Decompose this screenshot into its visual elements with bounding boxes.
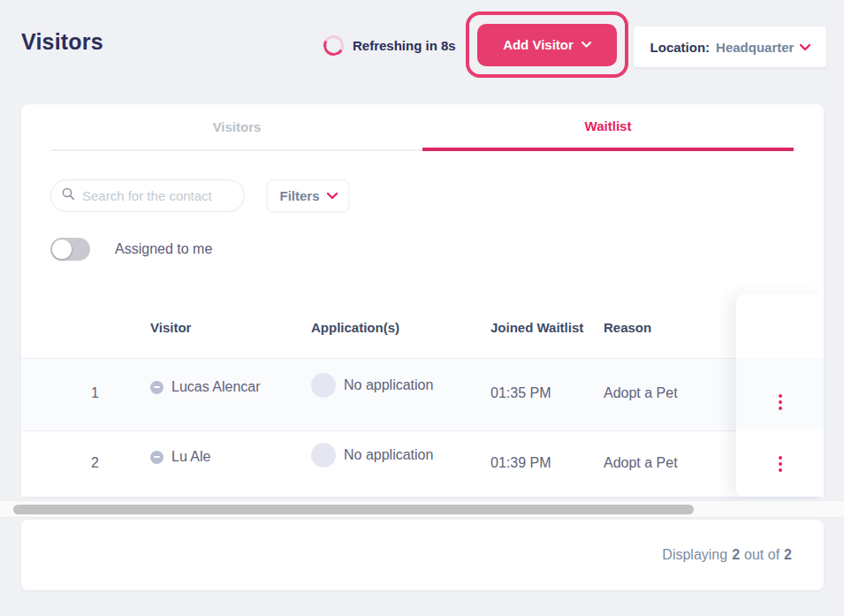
table-row[interactable]: 1 Lucas Alencar No application 01:35 PM … [21,358,824,430]
page-title: Visitors [21,29,103,55]
tab-visitors-label: Visitors [213,119,262,134]
minus-circle-icon [150,381,163,394]
footer-prefix: Displaying [662,547,727,563]
add-visitor-button[interactable]: Add Visitor [477,24,617,66]
application-text: No application [344,447,433,463]
footer-middle: out of [744,547,779,563]
joined-waitlist-cell: 01:35 PM [490,385,551,401]
refresh-status: Refreshing in 8s [323,35,456,56]
assigned-to-me-row: Assigned to me [50,238,212,261]
kebab-menu-icon[interactable] [772,452,788,475]
assigned-to-me-label: Assigned to me [115,241,212,257]
tab-visitors[interactable]: Visitors [51,104,422,151]
row-number: 2 [46,455,99,471]
avatar-placeholder-icon [311,373,336,398]
visitor-name: Lu Ale [171,449,210,465]
refresh-countdown-label: Refreshing in 8s [353,38,456,53]
column-header-visitor: Visitor [150,320,191,335]
application-cell: No application [311,373,433,398]
location-label: Location: [650,40,711,55]
row-number: 1 [46,385,99,401]
visitor-cell: Lu Ale [150,449,210,465]
search-input[interactable] [82,188,233,203]
chevron-down-icon [582,42,591,48]
column-header-applications: Application(s) [311,320,399,335]
search-icon [62,187,75,204]
chevron-down-icon [327,193,337,199]
joined-waitlist-cell: 01:39 PM [490,455,551,471]
reason-cell: Adopt a Pet [604,455,678,471]
table-header-row: Visitor Application(s) Joined Waitlist R… [21,300,824,358]
visitors-card: Visitors Waitlist Filters Assigned to me… [21,104,824,497]
column-header-joined: Joined Waitlist [490,320,583,335]
tab-waitlist[interactable]: Waitlist [422,104,794,151]
filters-button[interactable]: Filters [267,179,349,212]
visitor-name: Lucas Alencar [171,379,261,395]
filters-label: Filters [279,188,319,203]
column-header-reason: Reason [604,320,651,335]
horizontal-scrollbar-thumb[interactable] [13,505,694,514]
footer-total-count: 2 [784,547,792,563]
application-cell: No application [311,443,433,468]
tab-bar: Visitors Waitlist [51,104,794,151]
pagination-footer: Displaying 2 out of 2 [21,520,824,590]
toggle-knob [52,240,72,259]
chevron-down-icon [800,44,810,50]
tab-waitlist-label: Waitlist [585,118,632,133]
table-row[interactable]: 2 Lu Ale No application 01:39 PM Adopt a… [21,430,824,497]
reason-cell: Adopt a Pet [604,385,678,401]
application-text: No application [344,377,433,393]
avatar-placeholder-icon [311,443,336,468]
add-visitor-highlight-ring: Add Visitor [466,11,628,78]
contact-search [50,179,245,212]
location-value: Headquarter [716,40,794,55]
row-actions-panel [736,294,824,497]
visitor-cell: Lucas Alencar [150,379,261,395]
kebab-menu-icon[interactable] [772,391,788,414]
assigned-to-me-toggle[interactable] [50,238,90,261]
add-visitor-label: Add Visitor [503,37,574,52]
footer-shown-count: 2 [732,547,740,563]
spinner-icon [321,33,346,57]
location-selector[interactable]: Location: Headquarter [634,27,826,67]
minus-circle-icon [150,451,163,464]
horizontal-scrollbar-track[interactable] [0,500,844,518]
